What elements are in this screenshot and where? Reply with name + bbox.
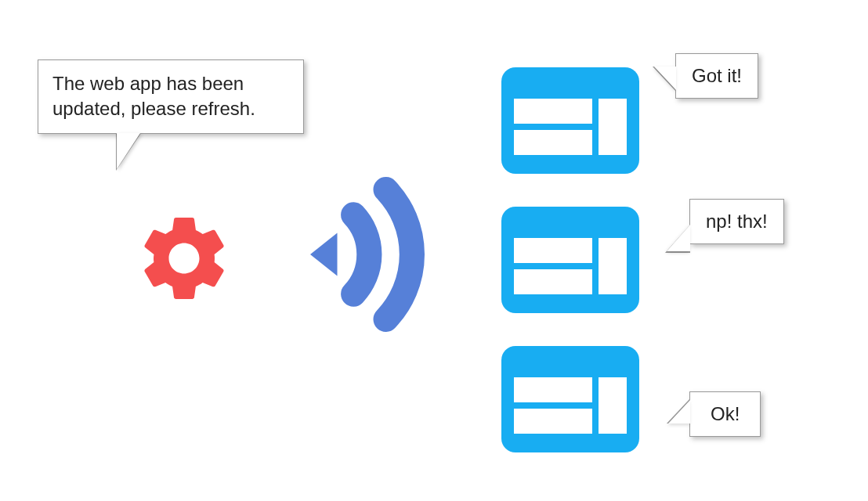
client-reply-bubble: np! thx! bbox=[689, 199, 784, 244]
svg-rect-11 bbox=[599, 377, 627, 434]
client-reply-bubble: Ok! bbox=[689, 391, 761, 437]
svg-rect-1 bbox=[514, 99, 592, 124]
client-window-icon bbox=[501, 207, 639, 316]
svg-rect-2 bbox=[514, 130, 592, 155]
broadcast-icon bbox=[274, 164, 454, 348]
client-window-icon bbox=[501, 67, 639, 177]
svg-rect-7 bbox=[599, 238, 627, 294]
svg-rect-6 bbox=[514, 269, 592, 294]
svg-rect-3 bbox=[599, 99, 627, 155]
svg-rect-9 bbox=[514, 377, 592, 402]
gear-icon bbox=[133, 207, 235, 312]
svg-rect-5 bbox=[514, 238, 592, 263]
svg-rect-10 bbox=[514, 409, 592, 434]
client-reply-text: Got it! bbox=[692, 65, 742, 86]
client-reply-bubble: Got it! bbox=[675, 53, 758, 99]
client-reply-text: np! thx! bbox=[706, 211, 768, 232]
service-worker-message-text: The web app has been updated, please ref… bbox=[52, 73, 255, 119]
client-reply-text: Ok! bbox=[711, 403, 740, 424]
service-worker-message-bubble: The web app has been updated, please ref… bbox=[38, 59, 304, 134]
client-window-icon bbox=[501, 346, 639, 456]
